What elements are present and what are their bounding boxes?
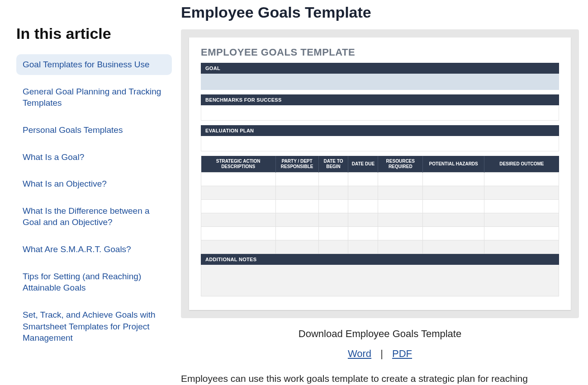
toc-item-smartsheet[interactable]: Set, Track, and Achieve Goals with Smart… (16, 305, 172, 348)
section-goal-body (201, 74, 559, 90)
toc-item-general[interactable]: General Goal Planning and Tracking Templ… (16, 81, 172, 113)
template-paper: EMPLOYEE GOALS TEMPLATE GOAL BENCHMARKS … (189, 38, 571, 310)
th-strategic: STRATEGIC ACTION DESCRIPTIONS (201, 156, 276, 173)
toc-item-diff[interactable]: What Is the Difference between a Goal an… (16, 201, 172, 233)
strategy-table: STRATEGIC ACTION DESCRIPTIONS PARTY / DE… (201, 156, 559, 254)
main-content: Employee Goals Template EMPLOYEE GOALS T… (181, 0, 579, 385)
th-date-begin: DATE TO BEGIN (318, 156, 348, 173)
table-row (201, 173, 559, 186)
section-benchmarks-header: BENCHMARKS FOR SUCCESS (201, 94, 559, 105)
template-preview: EMPLOYEE GOALS TEMPLATE GOAL BENCHMARKS … (181, 29, 579, 318)
section-notes-header: ADDITIONAL NOTES (201, 254, 559, 265)
sidebar-toc: In this article Goal Templates for Busin… (9, 0, 181, 385)
table-row (201, 213, 559, 227)
section-evaluation-body (201, 136, 559, 151)
page-title: Employee Goals Template (181, 4, 579, 21)
th-outcome: DESIRED OUTCOME (484, 156, 559, 173)
toc-item-personal[interactable]: Personal Goals Templates (16, 120, 172, 141)
template-title: EMPLOYEE GOALS TEMPLATE (201, 47, 559, 58)
download-word-link[interactable]: Word (348, 348, 371, 359)
toc-item-tips[interactable]: Tips for Setting (and Reaching) Attainab… (16, 266, 172, 298)
th-date-due: DATE DUE (348, 156, 378, 173)
th-resources: RESOURCES REQUIRED (378, 156, 423, 173)
toc-item-business[interactable]: Goal Templates for Business Use (16, 54, 172, 75)
section-evaluation-header: EVALUATION PLAN (201, 125, 559, 136)
table-body (201, 173, 559, 254)
table-header-row: STRATEGIC ACTION DESCRIPTIONS PARTY / DE… (201, 156, 559, 173)
table-row (201, 240, 559, 254)
toc-heading: In this article (16, 25, 172, 42)
download-links: Word | PDF (181, 348, 579, 360)
section-goal-header: GOAL (201, 63, 559, 74)
table-row (201, 186, 559, 200)
download-separator: | (380, 348, 383, 359)
toc-item-whatgoal[interactable]: What Is a Goal? (16, 147, 172, 168)
toc-item-whatobj[interactable]: What Is an Objective? (16, 174, 172, 194)
section-benchmarks-body (201, 105, 559, 121)
body-paragraph: Employees can use this work goals templa… (181, 371, 579, 385)
th-hazards: POTENTIAL HAZARDS (423, 156, 484, 173)
download-caption: Download Employee Goals Template (181, 328, 579, 340)
download-pdf-link[interactable]: PDF (392, 348, 412, 359)
toc-item-smart[interactable]: What Are S.M.A.R.T. Goals? (16, 239, 172, 260)
table-row (201, 227, 559, 240)
th-party: PARTY / DEPT RESPONSIBLE (275, 156, 318, 173)
section-notes-body (201, 265, 559, 296)
table-row (201, 200, 559, 213)
